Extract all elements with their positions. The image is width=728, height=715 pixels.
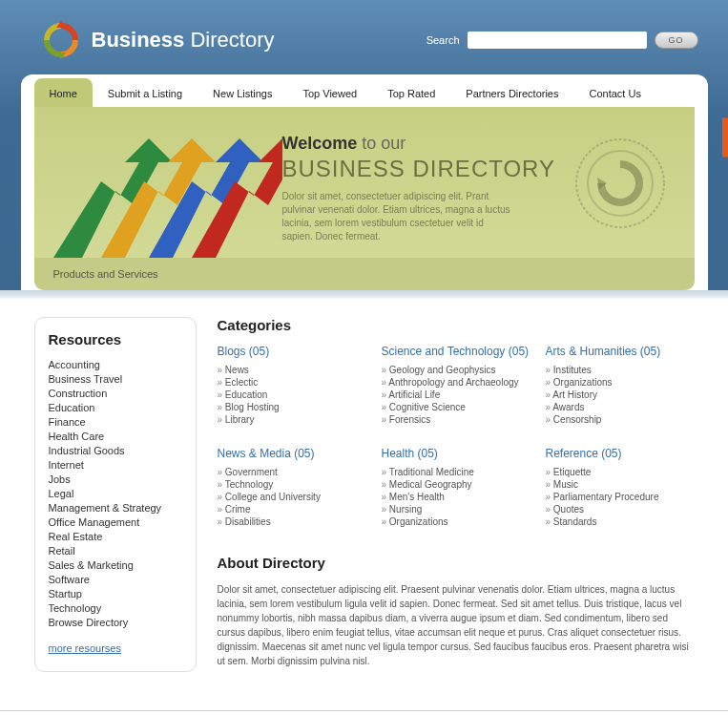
nav-item-contact-us[interactable]: Contact Us xyxy=(574,78,656,107)
nav-item-home[interactable]: Home xyxy=(34,78,93,108)
main-content: Resources AccountingBusiness TravelConst… xyxy=(34,300,695,701)
logo-icon xyxy=(40,19,82,61)
categories-heading: Categories xyxy=(218,317,695,333)
category-item[interactable]: Forensics xyxy=(382,413,530,426)
resource-item[interactable]: Legal xyxy=(49,486,182,500)
category-item[interactable]: Government xyxy=(218,466,366,478)
header: Business Directory Search GO HomeSubmit … xyxy=(0,0,728,290)
category-item[interactable]: Organizations xyxy=(546,376,695,389)
nav-item-submit-a-listing[interactable]: Submit a Listing xyxy=(93,78,198,107)
category-item[interactable]: Medical Geography xyxy=(382,478,530,491)
category-item[interactable]: Parliamentary Procedure xyxy=(546,491,695,503)
category-group: Health (05)Traditional MedicineMedical G… xyxy=(382,447,530,528)
search-form: Search GO xyxy=(426,32,698,49)
category-item[interactable]: Eclectic xyxy=(218,376,366,389)
category-item[interactable]: Artificial Life xyxy=(382,389,530,401)
about-heading: About Directory xyxy=(218,555,695,571)
category-item[interactable]: Disabilities xyxy=(218,515,366,528)
category-item[interactable]: News xyxy=(218,364,366,376)
category-item[interactable]: Men's Health xyxy=(382,491,530,503)
category-item[interactable]: Anthropology and Archaeology xyxy=(382,376,530,389)
category-item[interactable]: Library xyxy=(218,413,366,426)
brand: Business Directory xyxy=(40,19,275,61)
resource-item[interactable]: Business Travel xyxy=(49,371,182,386)
category-group: Reference (05)EtiquetteMusicParliamentar… xyxy=(546,447,695,528)
about-text: Dolor sit amet, consectetuer adipiscing … xyxy=(218,582,695,668)
resource-item[interactable]: Construction xyxy=(49,386,182,400)
resource-item[interactable]: Finance xyxy=(49,414,182,429)
footer: Home|Submit a Listing|New Listings|Top V… xyxy=(0,710,728,715)
search-input[interactable] xyxy=(468,32,647,49)
category-item[interactable]: Blog Hosting xyxy=(218,401,366,413)
resource-item[interactable]: Sales & Marketing xyxy=(49,557,182,572)
category-title[interactable]: Science and Technology (05) xyxy=(382,345,530,358)
category-item[interactable]: Crime xyxy=(218,503,366,515)
category-item[interactable]: Cognitive Science xyxy=(382,401,530,413)
resource-item[interactable]: Health Care xyxy=(49,429,182,443)
hero-bottom-bar: Products and Services xyxy=(34,258,695,290)
category-item[interactable]: Etiquette xyxy=(546,466,695,478)
category-title[interactable]: Arts & Humanities (05) xyxy=(546,345,695,358)
category-item[interactable]: Standards xyxy=(546,515,695,528)
category-item[interactable]: College and University xyxy=(218,491,366,503)
rss-tab[interactable]: RSS xyxy=(722,118,729,158)
resource-item[interactable]: Real Estate xyxy=(49,529,182,543)
category-item[interactable]: Censorship xyxy=(546,413,695,426)
category-item[interactable]: Music xyxy=(546,478,695,491)
category-item[interactable]: Technology xyxy=(218,478,366,491)
hero-circle-icon xyxy=(572,136,668,231)
category-group: Arts & Humanities (05)InstitutesOrganiza… xyxy=(546,345,695,426)
nav-item-top-viewed[interactable]: Top Viewed xyxy=(287,78,372,107)
footer-nav: Home|Submit a Listing|New Listings|Top V… xyxy=(0,711,728,715)
category-item[interactable]: Education xyxy=(218,389,366,401)
category-item[interactable]: Organizations xyxy=(382,515,530,528)
nav-item-top-rated[interactable]: Top Rated xyxy=(372,78,450,107)
resource-item[interactable]: Technology xyxy=(49,600,182,615)
hero-description: Dolor sit amet, consectetuer adipiscing … xyxy=(282,190,511,243)
brand-text: Business Directory xyxy=(92,28,275,53)
resource-item[interactable]: Software xyxy=(49,572,182,586)
category-item[interactable]: Traditional Medicine xyxy=(382,466,530,478)
more-resources-link[interactable]: more resourses xyxy=(49,642,121,654)
content-area: Categories Blogs (05)NewsEclecticEducati… xyxy=(197,317,695,672)
resource-item[interactable]: Retail xyxy=(49,543,182,557)
category-title[interactable]: Reference (05) xyxy=(546,447,695,460)
category-title[interactable]: News & Media (05) xyxy=(218,447,366,460)
category-item[interactable]: Quotes xyxy=(546,503,695,515)
category-title[interactable]: Health (05) xyxy=(382,447,530,460)
category-group: Science and Technology (05)Geology and G… xyxy=(382,345,530,426)
nav-item-new-listings[interactable]: New Listings xyxy=(198,78,287,107)
category-item[interactable]: Geology and Geophysics xyxy=(382,364,530,376)
search-go-button[interactable]: GO xyxy=(655,32,698,49)
sidebar-heading: Resources xyxy=(49,331,182,347)
resource-item[interactable]: Internet xyxy=(49,457,182,472)
resource-item[interactable]: Startup xyxy=(49,586,182,600)
category-item[interactable]: Institutes xyxy=(546,364,695,376)
resource-item[interactable]: Management & Strategy xyxy=(49,500,182,515)
resource-item[interactable]: Industrial Goods xyxy=(49,443,182,457)
hero-arrows-graphic xyxy=(34,107,282,258)
category-item[interactable]: Art History xyxy=(546,389,695,401)
category-group: Blogs (05)NewsEclecticEducationBlog Host… xyxy=(218,345,366,426)
nav-item-partners-directories[interactable]: Partners Directories xyxy=(450,78,573,107)
svg-point-6 xyxy=(576,139,664,227)
hero-banner: Welcome to our BUSINESS DIRECTORY Dolor … xyxy=(34,107,695,290)
category-item[interactable]: Awards xyxy=(546,401,695,413)
sidebar: Resources AccountingBusiness TravelConst… xyxy=(34,317,197,672)
category-title[interactable]: Blogs (05) xyxy=(218,345,366,358)
resource-item[interactable]: Accounting xyxy=(49,357,182,371)
category-item[interactable]: Nursing xyxy=(382,503,530,515)
resource-item[interactable]: Jobs xyxy=(49,472,182,486)
resource-item[interactable]: Browse Directory xyxy=(49,615,182,629)
nav-bar: HomeSubmit a ListingNew ListingsTop View… xyxy=(21,74,708,290)
resource-item[interactable]: Office Management xyxy=(49,515,182,529)
search-label: Search xyxy=(426,34,460,46)
resource-item[interactable]: Education xyxy=(49,400,182,414)
category-group: News & Media (05)GovernmentTechnologyCol… xyxy=(218,447,366,528)
